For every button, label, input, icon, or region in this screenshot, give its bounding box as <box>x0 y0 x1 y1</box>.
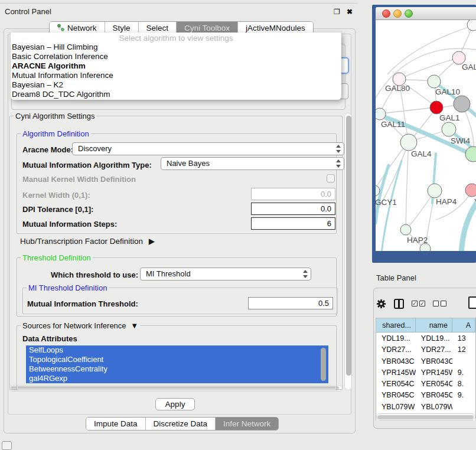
bottom-tab-discretize-data[interactable]: Discretize Data <box>145 418 216 430</box>
table-row[interactable]: YDR27...YDR27...12 <box>376 344 475 355</box>
network-icon <box>57 24 64 33</box>
table-row[interactable]: YPR145WYPR145W9. <box>376 367 475 378</box>
node-table: shared...nameA YDL19...YDL19...13YDR27..… <box>376 318 476 420</box>
table-row[interactable]: YBR043CYBR043C <box>376 356 475 367</box>
algorithm-option-bayesian-hill-climbing[interactable]: Bayesian – Hill Climbing <box>11 43 341 52</box>
dpi-tolerance-field[interactable]: 0.0 <box>251 203 335 215</box>
network-graph[interactable]: GALGAL80GAL10GAL1GAL11GAL4SWI4GCY1HAP4YH… <box>376 20 476 251</box>
hub-definition-label[interactable]: Hub/Transcription Factor Definition ▶ <box>20 236 155 246</box>
close-traffic-light-icon[interactable] <box>382 9 390 18</box>
attribute-item-topologicalcoefficient[interactable]: TopologicalCoefficient <box>26 355 328 364</box>
network-node-hap4[interactable] <box>428 184 442 198</box>
table-row[interactable]: YDL19...YDL19...13 <box>376 332 475 344</box>
gear-icon[interactable] <box>376 299 386 309</box>
apply-button[interactable]: Apply <box>155 398 195 410</box>
network-node-gal10[interactable] <box>428 75 441 88</box>
minimize-traffic-light-icon[interactable] <box>393 9 402 18</box>
zoom-traffic-light-icon[interactable] <box>405 9 413 18</box>
dpi-tolerance-label: DPI Tolerance [0,1]: <box>22 205 93 214</box>
network-edge[interactable] <box>402 80 432 81</box>
close-window-icon[interactable]: ✖ <box>347 8 353 16</box>
columns-icon[interactable] <box>394 299 404 309</box>
settings-vertical-scrollbar[interactable] <box>344 113 352 390</box>
expand-arrow-icon[interactable]: ▶ <box>149 237 155 246</box>
dropdown-items: Bayesian – Hill ClimbingBasic Correlatio… <box>11 43 341 99</box>
kernel-width-field[interactable]: 0.0 <box>251 188 335 200</box>
table-row[interactable]: YER054CYER054C8. <box>376 378 475 389</box>
column-header-a[interactable]: A <box>452 318 475 332</box>
algorithm-option-mutual-information-inference[interactable]: Mutual Information Inference <box>11 71 341 80</box>
network-node-gal1[interactable] <box>442 122 456 136</box>
settings-group-title: Cyni Algorithm Settings <box>14 112 96 120</box>
algorithm-option-dream8-dc-tdc-algorithm[interactable]: Dream8 DC_TDC Algorithm <box>11 90 341 99</box>
combo-stepper-icon <box>334 144 342 154</box>
mi-algorithm-type-combo[interactable]: Naive Bayes <box>161 157 344 170</box>
aracne-mode-combo[interactable]: Discovery <box>72 142 344 155</box>
control-panel-titlebar: Control Panel ❐ ✖ <box>0 3 358 18</box>
network-node[interactable] <box>420 243 431 251</box>
export-table-icon[interactable] <box>468 296 476 309</box>
node-label-gcy1: GCY1 <box>376 198 397 207</box>
table-header-row: shared...nameA <box>376 318 475 332</box>
attribute-item-gal4rgexp[interactable]: gal4RGexp <box>26 374 328 383</box>
table-row[interactable]: YBR045CYBR045C9. <box>376 389 475 400</box>
data-attributes-label: Data Attributes <box>22 334 77 343</box>
column-header-name[interactable]: name <box>416 318 452 332</box>
table-panel-title: Table Panel <box>376 273 416 282</box>
network-edge[interactable] <box>376 144 407 190</box>
bottom-tab-bar: Impute DataDiscretize DataInfer Network <box>86 417 279 431</box>
column-header-shared[interactable]: shared... <box>376 318 416 332</box>
network-edge[interactable] <box>381 107 435 113</box>
mi-threshold-field[interactable]: 0.5 <box>248 297 333 309</box>
node-label-gal1: GAL1 <box>439 113 460 122</box>
mi-algorithm-type-label: Mutual Information Algorithm Type: <box>22 161 152 169</box>
aracne-mode-label: Aracne Mode: <box>22 145 73 154</box>
attribute-item-betweennesscentrality[interactable]: BetweennessCentrality <box>26 364 328 374</box>
algorithm-option-bayesian-k2[interactable]: Bayesian – K2 <box>11 80 341 90</box>
sources-group-title: Sources for Network Inference ▼ <box>21 321 140 330</box>
network-node-swi4[interactable] <box>465 146 476 162</box>
node-label-gal80: GAL80 <box>385 84 410 93</box>
bottom-tab-infer-network[interactable]: Infer Network <box>215 418 278 430</box>
collapse-arrow-icon[interactable]: ▼ <box>131 321 138 330</box>
screen: Control Panel ❐ ✖ NetworkStyleSelectCyni… <box>0 0 476 450</box>
attributes-scrollbar-thumb[interactable] <box>321 348 326 381</box>
network-node[interactable] <box>454 96 470 112</box>
node-label-hap4: HAP4 <box>436 197 457 206</box>
kernel-width-label: Kernel Width (0,1): <box>22 191 90 200</box>
network-node-y[interactable] <box>465 184 476 197</box>
table-toolbar: ✓✓ <box>376 295 446 312</box>
attribute-item-selfloops[interactable]: SelfLoops <box>26 345 328 355</box>
algorithm-definition-title: Algorithm Definition <box>21 129 91 138</box>
node-label-swi4: SWI4 <box>451 136 470 145</box>
algorithm-option-aracne-algorithm[interactable]: ARACNE Algorithm <box>11 61 341 71</box>
table-row[interactable]: YBL079WYBL079W <box>376 401 475 412</box>
node-label-gal11: GAL11 <box>381 120 405 129</box>
network-edge[interactable] <box>407 192 434 229</box>
float-window-icon[interactable]: ❐ <box>334 8 340 16</box>
node-label-gal: GAL <box>462 63 476 71</box>
mi-threshold-definition-title: MI Threshold Definition <box>27 283 109 292</box>
network-edge[interactable] <box>406 144 409 229</box>
select-all-icon[interactable]: ✓✓ <box>412 301 425 306</box>
network-node[interactable] <box>430 101 443 114</box>
network-window-titlebar[interactable] <box>376 7 476 20</box>
manual-kernel-width-checkbox[interactable] <box>327 174 335 182</box>
bottom-tab-impute-data[interactable]: Impute Data <box>86 418 145 430</box>
table-horizontal-scrollbar[interactable] <box>376 413 475 420</box>
threshold-definition-title: Threshold Definition <box>21 253 93 262</box>
algorithm-option-basic-correlation-inference[interactable]: Basic Correlation Inference <box>11 52 341 61</box>
network-node-gal4[interactable] <box>400 134 417 151</box>
mi-steps-field[interactable]: 6 <box>251 217 335 230</box>
which-threshold-combo[interactable]: MI Threshold <box>140 268 311 281</box>
data-attributes-list: SelfLoopsTopologicalCoefficientBetweenne… <box>26 345 328 384</box>
network-node[interactable] <box>467 20 476 31</box>
minimized-panel-icon[interactable] <box>2 441 12 450</box>
network-node-hap2[interactable] <box>400 224 411 235</box>
network-node-gal11[interactable] <box>376 108 386 120</box>
node-label-gal4: GAL4 <box>411 149 432 158</box>
network-canvas[interactable]: GALGAL80GAL10GAL1GAL11GAL4SWI4GCY1HAP4YH… <box>376 20 476 251</box>
deselect-all-icon[interactable] <box>433 301 446 306</box>
mi-steps-label: Mutual Information Steps: <box>22 220 117 229</box>
control-panel-title: Control Panel <box>5 7 51 16</box>
